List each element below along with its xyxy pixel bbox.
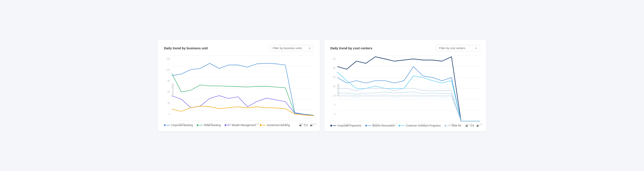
svg-text:11/9: 11/9 bbox=[283, 123, 288, 125]
legend-label-wealth-management: Wealth Management bbox=[232, 124, 256, 127]
right-y-tick-10: 10 bbox=[333, 94, 336, 97]
legend-line-corporate-banking bbox=[166, 125, 170, 125]
y-tick-60: 60 bbox=[168, 91, 170, 93]
right-y-tick-5: 5 bbox=[334, 103, 336, 106]
svg-text:11/1: 11/1 bbox=[392, 123, 397, 126]
legend-dot-debt-re bbox=[444, 125, 446, 126]
y-tick-120: 120 bbox=[166, 69, 170, 71]
right-filter-label: Filter by cost centers bbox=[439, 47, 466, 50]
left-chart-svg: 10/25 10/29 11/1 11/5 11/9 11/13 11/17 bbox=[172, 56, 314, 121]
y-tick-30: 30 bbox=[168, 102, 170, 104]
left-filter-label: Filter by business units bbox=[273, 47, 302, 50]
legend-line-branch-renovation bbox=[368, 125, 371, 126]
svg-text:10/29: 10/29 bbox=[206, 123, 213, 125]
dashboard: Daily trend by business unit Filter by b… bbox=[158, 40, 486, 131]
svg-text:10/29: 10/29 bbox=[372, 123, 378, 126]
chevron-down-icon-right: ▼ bbox=[475, 47, 477, 50]
legend-dot-retail-banking bbox=[197, 124, 198, 126]
svg-text:11/9: 11/9 bbox=[449, 123, 454, 126]
y-tick-150: 150 bbox=[166, 57, 170, 60]
legend-dot-corporate-payments bbox=[330, 125, 332, 126]
svg-text:11/13: 11/13 bbox=[299, 123, 305, 125]
y-tick-0: 0 bbox=[169, 113, 170, 115]
right-card-header: Daily trend by cost centers Filter by co… bbox=[330, 45, 480, 51]
svg-text:11/17: 11/17 bbox=[310, 123, 317, 125]
y-tick-90: 90 bbox=[168, 80, 170, 82]
legend-item-branch-renovation: Branch Renovation bbox=[365, 124, 395, 127]
left-chart-title: Daily trend by business unit bbox=[164, 46, 208, 50]
right-chart-svg: 10/25 10/29 11/1 11/5 11/9 11/13 11/17 bbox=[337, 56, 480, 121]
legend-line-corporate-payments bbox=[333, 125, 336, 126]
chevron-down-icon: ▼ bbox=[308, 47, 311, 50]
right-y-axis-label: Cost (USD) bbox=[337, 84, 340, 96]
legend-line-investment-banking bbox=[262, 125, 266, 125]
svg-text:11/1: 11/1 bbox=[226, 123, 231, 125]
legend-line-retail-banking bbox=[199, 125, 203, 125]
legend-line-customer-outreach bbox=[401, 125, 404, 126]
right-y-tick-30: 30 bbox=[333, 57, 336, 60]
right-y-tick-15: 15 bbox=[333, 85, 336, 88]
right-filter-dropdown[interactable]: Filter by cost centers ▼ bbox=[436, 45, 480, 51]
svg-text:11/17: 11/17 bbox=[477, 123, 483, 126]
right-y-tick-25: 25 bbox=[333, 67, 336, 69]
left-legend-nav: Corporate Banking Retail Banking Wealth … bbox=[164, 123, 314, 127]
right-chart-title: Daily trend by cost centers bbox=[330, 46, 372, 50]
legend-item-customer-outreach: Customer Outreach Programs bbox=[398, 124, 441, 127]
svg-text:10/25: 10/25 bbox=[178, 123, 184, 125]
svg-text:11/5: 11/5 bbox=[254, 123, 260, 125]
legend-dot-branch-renovation bbox=[365, 125, 367, 126]
left-y-axis-label: Cost (USD) bbox=[172, 83, 174, 96]
svg-text:11/13: 11/13 bbox=[466, 123, 472, 126]
left-card-header: Daily trend by business unit Filter by b… bbox=[164, 45, 314, 51]
right-legend-nav: Corporate Payments Branch Renovation Cus… bbox=[330, 123, 480, 128]
svg-text:10/25: 10/25 bbox=[344, 123, 350, 126]
right-y-tick-0: 0 bbox=[334, 113, 336, 115]
left-chart-card: Daily trend by business unit Filter by b… bbox=[158, 40, 320, 131]
left-filter-dropdown[interactable]: Filter by business units ▼ bbox=[270, 45, 314, 51]
svg-text:11/5: 11/5 bbox=[420, 123, 425, 126]
right-y-tick-20: 20 bbox=[333, 76, 336, 78]
legend-dot-customer-outreach bbox=[398, 125, 400, 126]
legend-dot-investment-banking bbox=[260, 124, 262, 126]
right-chart-card: Daily trend by cost centers Filter by co… bbox=[324, 40, 486, 131]
legend-dot-corporate-banking bbox=[164, 124, 166, 126]
